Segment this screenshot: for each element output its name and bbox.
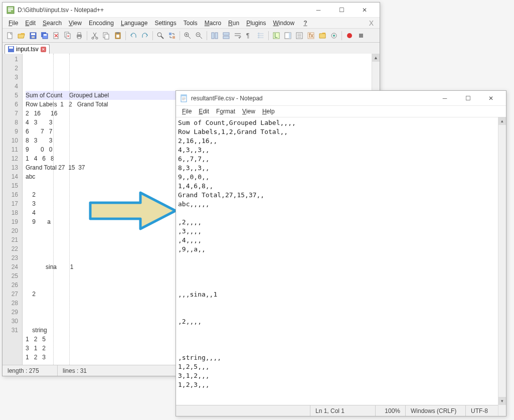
minimize-button[interactable]: ─ bbox=[434, 91, 456, 105]
svg-rect-31 bbox=[223, 33, 229, 35]
replace-icon[interactable] bbox=[166, 30, 178, 41]
folder-ws-icon[interactable] bbox=[317, 30, 328, 41]
np-status-pos: Ln 1, Col 1 bbox=[310, 405, 376, 416]
svg-rect-6 bbox=[31, 33, 35, 35]
undo-icon[interactable] bbox=[128, 30, 139, 41]
np-menu-edit[interactable]: Edit bbox=[196, 107, 212, 116]
svg-rect-37 bbox=[289, 33, 291, 39]
menu-view[interactable]: View bbox=[66, 19, 85, 28]
menu-language[interactable]: Language bbox=[118, 19, 150, 28]
allchars-icon[interactable]: ¶ bbox=[244, 30, 255, 41]
tab-close-icon[interactable]: ✕ bbox=[41, 47, 46, 52]
saveall-icon[interactable] bbox=[39, 30, 50, 41]
funclist-icon[interactable]: fx bbox=[305, 30, 316, 41]
np-status-eol: Windows (CRLF) bbox=[406, 405, 466, 416]
np-titlebar[interactable]: resultantFile.csv - Notepad ─ ☐ ✕ bbox=[176, 91, 506, 106]
svg-rect-15 bbox=[78, 33, 81, 35]
svg-text:¶: ¶ bbox=[246, 32, 249, 39]
udl-icon[interactable]: L bbox=[271, 30, 282, 41]
menu-tools[interactable]: Tools bbox=[181, 19, 201, 28]
toolbar-separator bbox=[180, 31, 180, 40]
svg-rect-3 bbox=[8, 11, 11, 12]
npp-titlebar[interactable]: D:\Github\\input.tsv - Notepad++ ─ ☐ ✕ bbox=[3, 3, 380, 18]
close-button[interactable]: ✕ bbox=[354, 3, 376, 17]
doclist-icon[interactable] bbox=[294, 30, 305, 41]
menu-edit[interactable]: Edit bbox=[22, 19, 39, 28]
notepad-window: resultantFile.csv - Notepad ─ ☐ ✕ File E… bbox=[176, 90, 506, 416]
svg-rect-32 bbox=[223, 36, 229, 39]
np-menu-file[interactable]: File bbox=[179, 107, 195, 116]
toolbar-separator bbox=[207, 31, 207, 40]
svg-point-24 bbox=[157, 33, 161, 37]
closeall-icon[interactable] bbox=[62, 30, 73, 41]
svg-rect-46 bbox=[9, 47, 13, 49]
stop-icon[interactable] bbox=[356, 30, 367, 41]
print-icon[interactable] bbox=[74, 30, 85, 41]
menu-search[interactable]: Search bbox=[40, 19, 65, 28]
zoomin-icon[interactable] bbox=[182, 30, 193, 41]
menu-help[interactable]: ? bbox=[300, 19, 310, 28]
menu-macro[interactable]: Macro bbox=[202, 19, 224, 28]
menu-encoding[interactable]: Encoding bbox=[86, 19, 117, 28]
notepadpp-icon bbox=[7, 6, 15, 14]
np-statusbar: Ln 1, Col 1 100% Windows (CRLF) UTF-8 bbox=[176, 405, 506, 416]
toolbar-separator bbox=[152, 31, 153, 40]
np-text-area[interactable]: Sum of Count,Grouped Label,,,, Row Label… bbox=[176, 117, 506, 405]
svg-rect-25 bbox=[169, 33, 172, 35]
svg-rect-22 bbox=[116, 32, 119, 34]
svg-point-42 bbox=[333, 35, 335, 37]
monitor-icon[interactable] bbox=[328, 30, 339, 41]
status-length: length : 275 bbox=[3, 365, 58, 376]
minimize-button[interactable]: ─ bbox=[307, 3, 329, 17]
svg-rect-26 bbox=[173, 36, 175, 39]
npp-menubar: File Edit Search View Encoding Language … bbox=[3, 18, 380, 29]
npp-tabbar: input.tsv ✕ bbox=[3, 43, 380, 54]
indent-guide bbox=[69, 54, 70, 365]
svg-point-17 bbox=[92, 37, 94, 39]
scroll-up-icon[interactable]: ▴ bbox=[498, 117, 506, 125]
menu-window[interactable]: Window bbox=[270, 19, 298, 28]
svg-rect-30 bbox=[215, 33, 218, 39]
maximize-button[interactable]: ☐ bbox=[330, 3, 353, 17]
close-doc-icon[interactable] bbox=[51, 30, 62, 41]
docmap-icon[interactable] bbox=[282, 30, 293, 41]
scroll-up-icon[interactable]: ▲ bbox=[372, 54, 380, 62]
np-menu-help[interactable]: Help bbox=[259, 107, 278, 116]
close-button[interactable]: ✕ bbox=[480, 91, 502, 105]
menu-settings[interactable]: Settings bbox=[151, 19, 179, 28]
sync-h-icon[interactable] bbox=[221, 30, 232, 41]
menu-run[interactable]: Run bbox=[225, 19, 242, 28]
tab-input-tsv[interactable]: input.tsv ✕ bbox=[5, 44, 50, 54]
save-icon[interactable] bbox=[28, 30, 39, 41]
indent-guide-icon[interactable] bbox=[255, 30, 266, 41]
status-spacer bbox=[176, 405, 310, 416]
npp-title: D:\Github\\input.tsv - Notepad++ bbox=[18, 7, 307, 14]
find-icon[interactable] bbox=[155, 30, 166, 41]
np-menu-format[interactable]: Format bbox=[213, 107, 238, 116]
wrap-icon[interactable] bbox=[232, 30, 243, 41]
zoomout-icon[interactable] bbox=[194, 30, 205, 41]
menu-plugins[interactable]: Plugins bbox=[243, 19, 269, 28]
toolbar-separator bbox=[87, 31, 87, 40]
svg-point-18 bbox=[96, 37, 98, 39]
svg-rect-20 bbox=[105, 34, 109, 39]
menu-close-x[interactable]: X bbox=[366, 19, 377, 27]
cut-icon[interactable] bbox=[89, 30, 100, 41]
paste-icon[interactable] bbox=[112, 30, 123, 41]
svg-rect-48 bbox=[181, 95, 187, 96]
svg-rect-16 bbox=[78, 37, 81, 39]
menu-file[interactable]: File bbox=[6, 19, 21, 28]
redo-icon[interactable] bbox=[139, 30, 150, 41]
maximize-button[interactable]: ☐ bbox=[457, 91, 479, 105]
open-icon[interactable] bbox=[16, 30, 27, 41]
sync-v-icon[interactable] bbox=[209, 30, 220, 41]
new-icon[interactable] bbox=[5, 30, 16, 41]
scroll-down-icon[interactable]: ▾ bbox=[498, 397, 506, 405]
copy-icon[interactable] bbox=[101, 30, 112, 41]
np-menu-view[interactable]: View bbox=[239, 107, 258, 116]
svg-rect-44 bbox=[359, 34, 363, 38]
svg-rect-1 bbox=[8, 8, 13, 9]
toolbar-separator bbox=[268, 31, 269, 40]
record-icon[interactable] bbox=[344, 30, 355, 41]
np-vertical-scrollbar[interactable]: ▴ ▾ bbox=[498, 117, 506, 416]
